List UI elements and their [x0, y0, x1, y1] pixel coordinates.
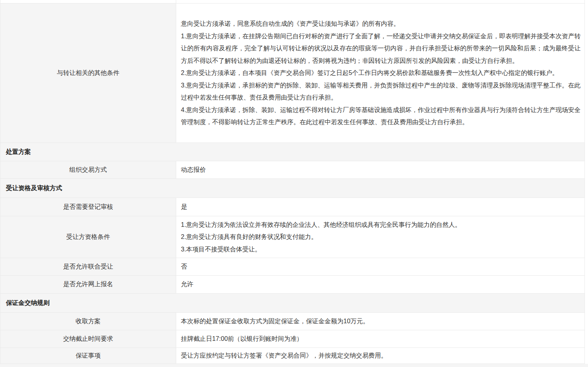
- top-partial-label-cell: [0, 0, 176, 3]
- section-header-disposal-plan: 处置方案: [0, 143, 584, 161]
- section-header-transferee-qualification-review: 受让资格及审核方式: [0, 179, 584, 198]
- row-deposit-collection-plan: 收取方案 本次标的处置保证金收取方式为固定保证金，保证金金额为10万元。: [0, 313, 584, 330]
- field-label: 与转让相关的其他条件: [0, 4, 176, 143]
- field-value: 否: [176, 258, 584, 275]
- field-label: 受让方资格条件: [0, 216, 176, 258]
- row-transferee-qualification-conditions: 受让方资格条件 1.意向受让方须为依法设立并有效存续的企业法人、其他经济组织或具…: [0, 216, 584, 258]
- field-label: 是否需要登记审核: [0, 198, 176, 216]
- paragraph: 3.本项目不接受联合体受让。: [181, 243, 581, 256]
- asset-transfer-detail-page: 与转让相关的其他条件 意向受让方须承诺，同意系统自动生成的《资产受让须知与承诺》…: [0, 0, 588, 367]
- section-header-deposit-payment-rules: 保证金交纳规则: [0, 294, 584, 313]
- field-label: 是否允许联合受让: [0, 258, 176, 275]
- paragraph: 3.意向受让方须承诺，承担标的资产的拆除、装卸、运输等相关费用，并负责拆除过程中…: [181, 79, 581, 104]
- row-registration-review-required: 是否需要登记审核 是: [0, 198, 584, 216]
- row-other-transfer-conditions: 与转让相关的其他条件 意向受让方须承诺，同意系统自动生成的《资产受让须知与承诺》…: [0, 4, 584, 143]
- field-value: 动态报价: [176, 161, 584, 178]
- row-online-registration-allowed: 是否允许网上报名 允许: [0, 276, 584, 294]
- row-payment-deadline-requirement: 交纳截止时间要求 挂牌截止日17:00前（以银行到账时间为准）: [0, 330, 584, 348]
- row-trade-organization-method: 组织交易方式 动态报价: [0, 161, 584, 179]
- field-label: 是否允许网上报名: [0, 276, 176, 293]
- paragraph: 1.意向受让方须为依法设立并有效存续的企业法人、其他经济组织或具有完全民事行为能…: [181, 219, 581, 231]
- field-value: 挂牌截止日17:00前（以银行到账时间为准）: [176, 330, 584, 347]
- field-value: 本次标的处置保证金收取方式为固定保证金，保证金金额为10万元。: [176, 313, 584, 330]
- field-label: 组织交易方式: [0, 161, 176, 178]
- paragraph: 意向受让方须承诺，同意系统自动生成的《资产受让须知与承诺》的所有内容。: [181, 18, 581, 30]
- field-value: 受让方应按约定与转让方签署《资产交易合同》，并按规定交纳交易费用。: [176, 348, 584, 363]
- row-joint-transfer-allowed: 是否允许联合受让 否: [0, 258, 584, 276]
- paragraph: 2.意向受让方须具有良好的财务状况和支付能力。: [181, 231, 581, 243]
- field-value: 1.意向受让方须为依法设立并有效存续的企业法人、其他经济组织或具有完全民事行为能…: [176, 216, 584, 258]
- field-value: 是: [176, 198, 584, 216]
- paragraph: 1.意向受让方须承诺，在挂牌公告期间已自行对标的资产进行了全面了解，一经递交受让…: [181, 30, 581, 67]
- field-label: 收取方案: [0, 313, 176, 330]
- row-guarantee-matters: 保证事项 受让方应按约定与转让方签署《资产交易合同》，并按规定交纳交易费用。: [0, 348, 584, 364]
- table-bottom-partial-row: [0, 364, 588, 367]
- field-value: 意向受让方须承诺，同意系统自动生成的《资产受让须知与承诺》的所有内容。 1.意向…: [176, 4, 584, 143]
- paragraph: 2.意向受让方须承诺，自本项目《资产交易合同》签订之日起5个工作日内将交易价款和…: [181, 67, 581, 79]
- detail-table: 与转让相关的其他条件 意向受让方须承诺，同意系统自动生成的《资产受让须知与承诺》…: [0, 0, 585, 364]
- field-label: 保证事项: [0, 348, 176, 363]
- table-top-partial-row: [0, 0, 584, 4]
- field-value: 允许: [176, 276, 584, 293]
- field-label: 交纳截止时间要求: [0, 330, 176, 347]
- paragraph: 4.意向受让方须承诺，拆除、装卸、运输过程不得对转让方厂房等基础设施造成损坏，作…: [181, 104, 581, 128]
